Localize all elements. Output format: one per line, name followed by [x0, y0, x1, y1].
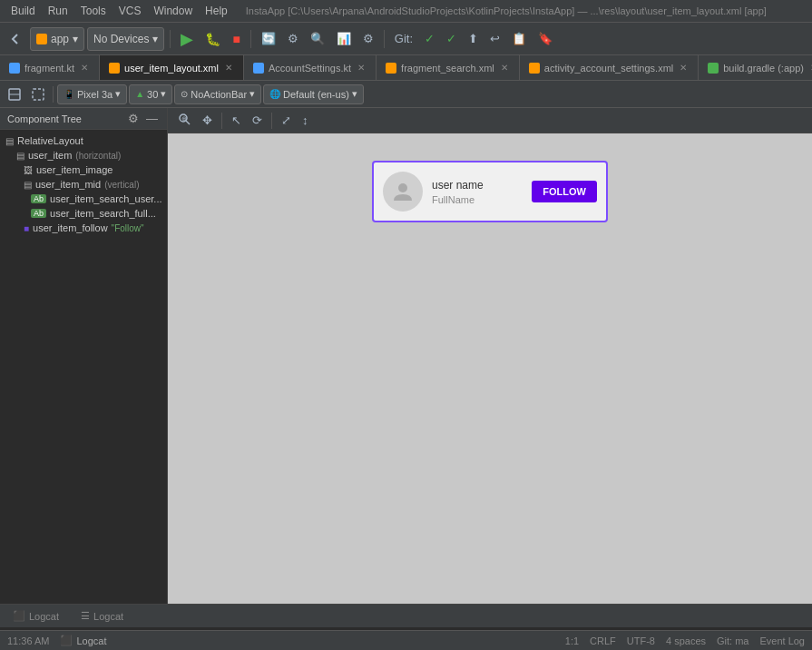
account-settings-icon: [253, 63, 264, 74]
svg-point-6: [398, 183, 407, 192]
logcat-icon: ☰: [81, 610, 90, 622]
tab-build-gradle-label: build.gradle (:app): [723, 63, 804, 74]
tab-build-gradle[interactable]: build.gradle (:app) ✕: [699, 55, 812, 80]
tree-content: ▤ RelativeLayout ▤ user_item (horizontal…: [0, 130, 167, 604]
tree-minimize-button[interactable]: —: [144, 112, 160, 125]
tab-account-settings-label: AccountSettings.kt: [269, 63, 351, 74]
menu-vcs[interactable]: VCS: [113, 3, 147, 19]
menu-window[interactable]: Window: [148, 3, 198, 19]
svg-rect-2: [33, 89, 44, 100]
design-toolbar: 📱 Pixel 3a ▾ ▲ 30 ▾ ⊙ NoActionBar ▾ 🌐 De…: [0, 81, 812, 108]
tab-user-item-layout-close[interactable]: ✕: [223, 62, 234, 74]
redo-button[interactable]: 📋: [507, 29, 531, 48]
canvas-zoom-actual-button[interactable]: ⊕: [173, 110, 195, 131]
canvas-sep-2: [271, 113, 272, 129]
tab-fragment-kt-label: fragment.kt: [24, 63, 74, 74]
menu-bar: Build Run Tools VCS Window Help InstaApp…: [0, 0, 812, 23]
locale-dropdown[interactable]: 🌐 Default (en-us) ▾: [263, 84, 364, 104]
activity-account-icon: [529, 63, 540, 74]
devices-dropdown[interactable]: No Devices ▾: [87, 27, 164, 51]
tree-item-user-image[interactable]: 🖼 user_item_image: [0, 162, 167, 177]
tree-item-search-user[interactable]: Ab user_item_search_user...: [0, 192, 167, 206]
canvas-pan-button[interactable]: ✥: [199, 112, 216, 129]
sync-button[interactable]: 🔄: [257, 29, 280, 48]
preview-follow-button[interactable]: FOLLOW: [532, 181, 597, 202]
search-user-badge: Ab: [31, 194, 46, 203]
bottom-tab-terminal[interactable]: ⬛ Logcat: [7, 608, 64, 624]
menu-tools[interactable]: Tools: [75, 3, 112, 19]
nav-back-button[interactable]: [4, 29, 27, 49]
canvas-arrow-button[interactable]: ↖: [228, 112, 245, 129]
tab-fragment-kt-close[interactable]: ✕: [79, 62, 90, 74]
tree-item-search-full[interactable]: Ab user_item_search_full...: [0, 206, 167, 221]
tree-item-user-item[interactable]: ▤ user_item (horizontal): [0, 148, 167, 162]
git-label: Git:: [390, 29, 417, 48]
device-dropdown[interactable]: 📱 Pixel 3a ▾: [57, 84, 127, 104]
tab-fragment-search[interactable]: fragment_search.xml ✕: [377, 55, 520, 80]
main-toolbar: app ▾ No Devices ▾ ▶ 🐛 ■ 🔄 ⚙ 🔍 📊 ⚙ Git: …: [0, 23, 812, 55]
bookmark-button[interactable]: 🔖: [533, 29, 557, 48]
relativelayout-icon: ▤: [5, 136, 14, 146]
settings-button[interactable]: ⚙: [358, 29, 378, 48]
user-image-icon: 🖼: [24, 165, 33, 175]
component-tree-header: Component Tree ⚙ —: [0, 108, 167, 130]
api-dropdown[interactable]: ▲ 30 ▾: [129, 84, 172, 104]
tree-item-user-mid[interactable]: ▤ user_item_mid (vertical): [0, 177, 167, 192]
blueprint-mode-button[interactable]: [27, 85, 49, 103]
tab-account-settings[interactable]: AccountSettings.kt ✕: [244, 55, 377, 80]
canvas-rotate-button[interactable]: ⟳: [249, 112, 266, 129]
undo-button[interactable]: ↩: [485, 29, 504, 48]
tree-item-follow[interactable]: ■ user_item_follow "Follow": [0, 221, 167, 235]
svg-text:⊕: ⊕: [181, 115, 187, 122]
canvas-toolbar: ⊕ ✥ ↖ ⟳ ⤢ ↕: [168, 108, 812, 133]
relativelayout-label: RelativeLayout: [17, 135, 83, 146]
debug-button[interactable]: 🐛: [201, 29, 225, 49]
component-tree-title: Component Tree: [7, 113, 82, 124]
follow-icon: ■: [24, 223, 29, 233]
menu-run[interactable]: Run: [43, 3, 73, 19]
design-mode-button[interactable]: [4, 85, 25, 103]
build-button[interactable]: ⚙: [283, 29, 303, 48]
preview-card[interactable]: user name FullName FOLLOW: [372, 161, 608, 222]
canvas-collapse-button[interactable]: ↕: [298, 112, 312, 129]
tab-fragment-search-close[interactable]: ✕: [499, 62, 510, 74]
canvas-expand-button[interactable]: ⤢: [278, 112, 295, 129]
logcat-label: Logcat: [93, 611, 123, 622]
component-tree-panel: Component Tree ⚙ — ▤ RelativeLayout ▤ us…: [0, 108, 168, 604]
tree-settings-button[interactable]: ⚙: [126, 112, 141, 125]
git-push-button[interactable]: ✓: [442, 29, 461, 48]
menu-build[interactable]: Build: [5, 3, 41, 19]
run-button[interactable]: ▶: [176, 26, 198, 52]
toolbar-sep-1: [170, 30, 171, 48]
canvas-sep-1: [221, 113, 222, 129]
git-commit-button[interactable]: ✓: [420, 29, 439, 48]
tab-build-gradle-close[interactable]: ✕: [808, 62, 812, 74]
canvas-content: user name FullName FOLLOW: [168, 133, 812, 604]
follow-str: "Follow": [112, 223, 144, 233]
follow-label: user_item_follow: [33, 222, 108, 233]
stop-button[interactable]: ■: [228, 29, 244, 49]
theme-dropdown[interactable]: ⊙ NoActionBar ▾: [174, 84, 261, 104]
user-image-label: user_item_image: [36, 164, 113, 175]
analyze-button[interactable]: 🔍: [306, 29, 329, 48]
sec-sep-1: [53, 86, 54, 103]
tab-activity-account[interactable]: activity_account_settings.xml ✕: [520, 55, 699, 80]
app-dropdown[interactable]: app ▾: [30, 27, 84, 51]
git-fetch-button[interactable]: ⬆: [464, 29, 483, 48]
bottom-panels: ⬛ Logcat ☰ Logcat: [0, 604, 812, 627]
bottom-tab-logcat[interactable]: ☰ Logcat: [75, 608, 129, 624]
profile-button[interactable]: 📊: [332, 29, 356, 48]
tab-activity-account-close[interactable]: ✕: [678, 62, 689, 74]
menu-help[interactable]: Help: [200, 3, 233, 19]
tab-fragment-search-label: fragment_search.xml: [401, 63, 494, 74]
tab-account-settings-close[interactable]: ✕: [356, 62, 367, 74]
project-path: InstaApp [C:\Users\Arpana\AndroidStudioP…: [246, 5, 767, 16]
tab-bar: fragment.kt ✕ user_item_layout.xml ✕ Acc…: [0, 55, 812, 81]
user-mid-icon: ▤: [24, 180, 32, 190]
canvas-area: ⊕ ✥ ↖ ⟳ ⤢ ↕ user name: [168, 108, 812, 604]
preview-username: user name: [432, 179, 523, 192]
tab-user-item-layout[interactable]: user_item_layout.xml ✕: [100, 55, 244, 80]
tab-fragment-kt[interactable]: fragment.kt ✕: [0, 55, 100, 80]
tree-item-relativelayout[interactable]: ▤ RelativeLayout: [0, 133, 167, 148]
tab-user-item-layout-label: user_item_layout.xml: [124, 63, 219, 74]
